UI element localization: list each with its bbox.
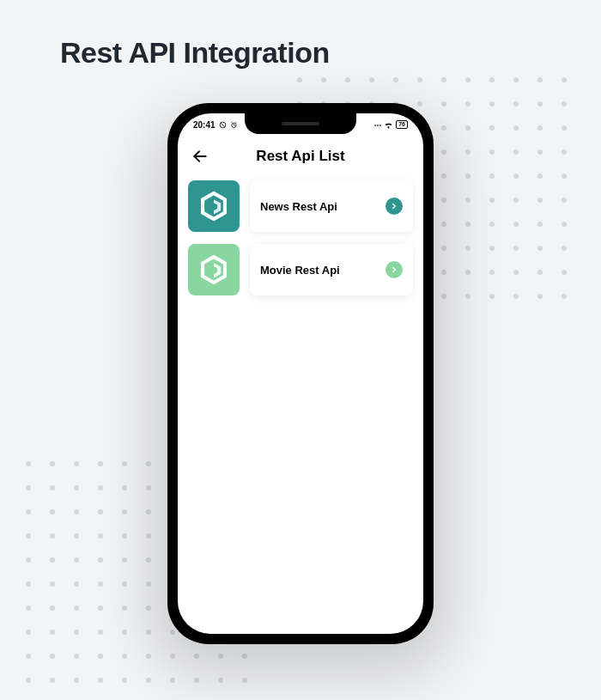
- alarm-icon: [230, 121, 238, 129]
- app-content: Rest Api List: [178, 113, 423, 295]
- svg-line-6: [235, 122, 236, 123]
- api-list: News Rest Api: [178, 177, 423, 295]
- hexagon-logo-icon: [199, 253, 228, 286]
- status-indicators: ••• 76: [374, 120, 408, 129]
- list-item-movie[interactable]: Movie Rest Api: [188, 244, 413, 295]
- do-not-disturb-icon: [219, 121, 227, 129]
- screen-title: Rest Api List: [256, 148, 344, 165]
- phone-notch: [245, 113, 356, 134]
- battery-indicator: 76: [396, 120, 408, 129]
- chevron-right-icon: [390, 202, 398, 210]
- item-card: Movie Rest Api: [250, 244, 413, 295]
- status-time-area: 20:41: [193, 120, 238, 130]
- item-label: News Rest Api: [260, 200, 337, 213]
- chevron-button[interactable]: [385, 198, 403, 215]
- arrow-left-icon: [191, 148, 209, 165]
- chevron-button[interactable]: [385, 261, 403, 278]
- item-label: Movie Rest Api: [260, 264, 340, 277]
- phone-screen: 20:41 ••• 76: [178, 113, 423, 634]
- svg-line-4: [234, 125, 234, 125]
- back-button[interactable]: [190, 146, 210, 167]
- svg-line-1: [221, 123, 225, 127]
- chevron-right-icon: [390, 265, 398, 274]
- status-time: 20:41: [193, 120, 216, 130]
- hexagon-logo-icon: [199, 190, 228, 222]
- page-title: Rest API Integration: [60, 36, 330, 70]
- list-item-news[interactable]: News Rest Api: [188, 180, 413, 232]
- item-icon-tile: [188, 244, 240, 295]
- svg-line-5: [231, 122, 232, 123]
- app-header: Rest Api List: [178, 141, 423, 177]
- signal-icon: •••: [374, 121, 381, 129]
- phone-speaker: [282, 122, 319, 125]
- phone-frame: 20:41 ••• 76: [167, 103, 434, 644]
- item-icon-tile: [188, 180, 240, 232]
- item-card: News Rest Api: [250, 180, 413, 232]
- wifi-icon: [384, 121, 393, 129]
